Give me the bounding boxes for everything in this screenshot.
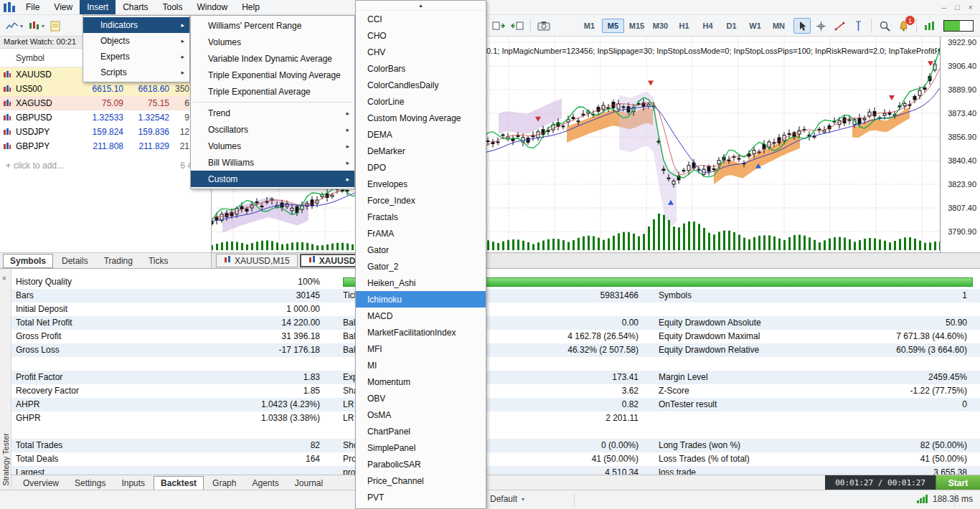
crosshair-tool-icon[interactable] — [812, 18, 829, 34]
close-icon[interactable]: × — [969, 3, 973, 11]
indicator-group-custom[interactable]: Custom▸ — [191, 171, 354, 187]
timeframe-m15[interactable]: M15 — [626, 19, 648, 33]
tester-tab-inputs[interactable]: Inputs — [114, 476, 152, 490]
tester-tab-overview[interactable]: Overview — [16, 476, 66, 490]
indicator-item-williams-percent-range[interactable]: Williams' Percent Range — [191, 17, 354, 34]
chevron-down-icon[interactable]: ▾ — [42, 23, 44, 29]
notifications-bell-icon[interactable]: 1 — [895, 18, 912, 34]
tick-chart-icon[interactable] — [921, 18, 938, 34]
custom-indicator-dpo[interactable]: DPO — [356, 159, 486, 176]
custom-indicator-colorbars[interactable]: ColorBars — [356, 60, 486, 77]
insert-menu-item-experts[interactable]: Experts▸ — [83, 49, 189, 65]
minimize-icon[interactable]: – — [942, 3, 946, 11]
custom-indicator-colorcandlesdaily[interactable]: ColorCandlesDaily — [356, 77, 486, 93]
new-chart-icon[interactable] — [4, 18, 21, 34]
custom-indicator-dema[interactable]: DEMA — [356, 126, 486, 143]
price-scale[interactable]: 3922.903906.403889.903873.403856.903840.… — [940, 37, 980, 252]
start-button[interactable]: Start — [936, 475, 980, 491]
menubar-item-tools[interactable]: Tools — [156, 0, 190, 14]
timeframe-h1[interactable]: H1 — [673, 19, 695, 33]
menubar-item-insert[interactable]: Insert — [80, 0, 116, 14]
custom-indicator-heiken-ashi[interactable]: Heiken_Ashi — [356, 275, 486, 291]
custom-indicator-gator-2[interactable]: Gator_2 — [356, 258, 486, 275]
timeframe-m30[interactable]: M30 — [649, 19, 672, 33]
tester-tab-graph[interactable]: Graph — [205, 476, 243, 490]
menubar-item-view[interactable]: View — [47, 0, 80, 14]
custom-indicator-macd[interactable]: MACD — [356, 308, 486, 324]
tester-tab-agents[interactable]: Agents — [245, 476, 286, 490]
market-watch-tab-ticks[interactable]: Ticks — [141, 254, 176, 268]
custom-indicator-frama[interactable]: FrAMA — [356, 225, 486, 242]
chart-type-icon[interactable] — [25, 18, 42, 34]
timeframe-h4[interactable]: H4 — [697, 19, 719, 33]
indicator-group-oscillators[interactable]: Oscillators▸ — [191, 121, 354, 138]
custom-indicator-force-index[interactable]: Force_Index — [356, 192, 486, 209]
cursor-tool-icon[interactable] — [793, 18, 811, 34]
custom-indicator-price-channel[interactable]: Price_Channel — [356, 472, 486, 489]
tester-tab-settings[interactable]: Settings — [67, 476, 113, 490]
market-row-gbpusd[interactable]: GBPUSD1.325331.3254290 — [0, 110, 211, 125]
custom-indicator-colorline[interactable]: ColorLine — [356, 93, 486, 110]
custom-indicator-mfi[interactable]: MFI — [356, 341, 486, 357]
new-order-icon[interactable] — [47, 18, 64, 34]
custom-indicator-simplepanel[interactable]: SimplePanel — [356, 439, 486, 456]
custom-indicator-fractals[interactable]: Fractals — [356, 209, 486, 225]
indicator-item-volumes[interactable]: Volumes — [191, 34, 354, 50]
timeframe-m1[interactable]: M1 — [578, 19, 600, 33]
menubar-item-help[interactable]: Help — [235, 0, 267, 14]
custom-indicator-ichimoku[interactable]: Ichimoku — [356, 291, 486, 308]
custom-indicator-cho[interactable]: CHO — [356, 27, 486, 44]
indicator-item-variable-index-dynamic-average[interactable]: Variable Index Dynamic Average — [191, 50, 354, 67]
search-icon[interactable] — [876, 18, 893, 34]
market-row-xagusd[interactable]: XAGUSD75.0975.156-0 — [0, 96, 211, 110]
click-to-add-row[interactable]: +click to add... 6 4 — [0, 158, 211, 173]
market-watch-tab-symbols[interactable]: Symbols — [3, 254, 53, 268]
screenshot-camera-icon[interactable] — [535, 18, 552, 34]
chart-tab-xauusd-m15[interactable]: XAUUSD,M15 — [216, 254, 298, 267]
custom-indicator-envelopes[interactable]: Envelopes — [356, 176, 486, 192]
market-watch-tab-details[interactable]: Details — [55, 254, 95, 268]
arrange-windows-icon[interactable] — [490, 18, 507, 34]
market-row-gbpjpy[interactable]: GBPJPY211.808211.82921-0 — [0, 139, 211, 153]
insert-menu-item-indicators[interactable]: Indicators▸ — [83, 17, 189, 33]
trendline-tool-icon[interactable] — [831, 18, 848, 34]
timeframe-w1[interactable]: W1 — [744, 19, 766, 33]
custom-indicator-mi[interactable]: MI — [356, 357, 486, 374]
market-watch-tab-trading[interactable]: Trading — [97, 254, 140, 268]
custom-indicator-demarker[interactable]: DeMarker — [356, 143, 486, 159]
tester-tab-journal[interactable]: Journal — [288, 476, 330, 490]
custom-indicator-pvt[interactable]: PVT — [356, 489, 486, 505]
menubar-item-file[interactable]: File — [19, 0, 47, 14]
custom-indicator-obv[interactable]: OBV — [356, 390, 486, 406]
chevron-down-icon[interactable]: ▾ — [20, 23, 23, 29]
indicator-group-bill-williams[interactable]: Bill Williams▸ — [191, 154, 354, 171]
indicator-group-trend[interactable]: Trend▸ — [191, 105, 354, 121]
insert-menu-item-scripts[interactable]: Scripts▸ — [83, 65, 189, 80]
timeframe-d1[interactable]: D1 — [720, 19, 743, 33]
custom-indicator-osma[interactable]: OsMA — [356, 406, 486, 423]
insert-menu-item-objects[interactable]: Objects▸ — [83, 33, 189, 49]
custom-indicator-parabolicsar[interactable]: ParabolicSAR — [356, 456, 486, 472]
custom-indicator-chartpanel[interactable]: ChartPanel — [356, 423, 486, 439]
custom-indicator-chv[interactable]: CHV — [356, 44, 486, 60]
market-row-usdjpy[interactable]: USDJPY159.824159.836120 — [0, 125, 211, 139]
timeframe-m5[interactable]: M5 — [602, 19, 624, 33]
tester-tab-backtest[interactable]: Backtest — [154, 476, 204, 490]
profile-selector[interactable]: Default ▾ — [490, 494, 524, 504]
indicator-item-triple-exponential-average[interactable]: Triple Exponential Average — [191, 83, 354, 100]
scroll-up-icon[interactable]: ▲ — [356, 1, 486, 11]
bar-colors-swatch[interactable] — [943, 20, 974, 32]
dock-window-icon[interactable] — [509, 18, 526, 34]
menubar-item-window[interactable]: Window — [190, 0, 235, 14]
custom-indicator-roc[interactable]: ROC — [356, 505, 486, 509]
custom-indicator-custom-moving-average[interactable]: Custom Moving Average — [356, 110, 486, 126]
menubar-item-charts[interactable]: Charts — [116, 0, 155, 14]
restore-icon[interactable]: □ — [955, 3, 960, 11]
market-row-us500[interactable]: US5006615.106618.60350-0 — [0, 82, 211, 96]
custom-indicator-marketfacilitationindex[interactable]: MarketFacilitationIndex — [356, 324, 486, 341]
timeframe-mn[interactable]: MN — [768, 19, 790, 33]
indicator-group-volumes[interactable]: Volumes▸ — [191, 138, 354, 154]
vertical-line-tool-icon[interactable] — [849, 18, 867, 34]
custom-indicator-momentum[interactable]: Momentum — [356, 374, 486, 390]
custom-indicator-gator[interactable]: Gator — [356, 242, 486, 258]
